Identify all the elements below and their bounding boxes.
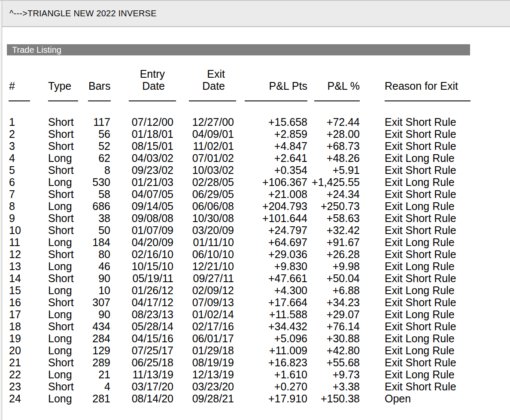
cell-pl_pct: +50.04 [307,272,360,284]
cell-exit_date: 10/03/02 [176,164,236,176]
cell-reason: Exit Long Rule [360,260,474,272]
table-row: 13Long4610/15/1012/21/10+9.830+9.98Exit … [7,260,474,272]
cell-pl_pct: +34.23 [307,296,360,308]
cell-num: 22 [7,368,46,380]
cell-reason: Exit Long Rule [360,284,474,296]
section-title: Trade Listing [12,45,61,55]
header-line1 [88,68,111,80]
cell-entry_date: 04/17/12 [111,296,176,308]
cell-type: Short [46,188,86,200]
cell-entry_date: 08/14/20 [111,393,176,405]
header-underline [86,92,111,103]
cell-entry_date: 04/15/16 [111,332,176,344]
header-line2: Date [176,80,225,92]
cell-reason: Exit Short Rule [360,188,474,200]
header-line1 [236,68,307,80]
cell-entry_date: 01/07/09 [111,224,176,236]
cell-type: Long [46,332,86,344]
cell-pl_pts: +64.697 [236,236,307,248]
cell-exit_date: 09/28/21 [176,393,236,405]
cell-pl_pct: +5.91 [307,164,360,176]
cell-num: 20 [7,344,46,356]
cell-type: Long [46,200,86,212]
window-title-bar: ^--->TRIANGLE NEW 2022 INVERSE [2,1,510,27]
cell-num: 11 [7,236,46,248]
cell-reason: Exit Long Rule [360,200,474,212]
cell-bars: 90 [86,308,111,320]
window-top-border [0,0,510,1]
table-row: 15Long1001/26/1202/09/12+4.300+6.88Exit … [7,284,474,296]
cell-entry_date: 07/25/17 [111,344,176,356]
cell-type: Long [46,368,86,380]
cell-num: 7 [7,188,46,200]
cell-bars: 38 [86,212,111,224]
cell-type: Short [46,224,86,236]
cell-exit_date: 08/19/19 [176,356,236,368]
header-underline [176,92,236,103]
cell-type: Long [46,176,86,188]
table-row: 8Long68609/14/0506/06/08+204.793+250.73E… [7,200,474,212]
cell-num: 17 [7,308,46,320]
cell-pl_pts: +1.610 [236,368,307,380]
cell-entry_date: 11/13/19 [111,368,176,380]
cell-exit_date: 01/29/18 [176,344,236,356]
cell-pl_pts: +4.847 [236,140,307,152]
cell-bars: 52 [86,140,111,152]
cell-num: 24 [7,393,46,405]
table-row: 21Short28906/25/1808/19/19+16.823+55.68E… [7,356,474,368]
cell-reason: Exit Short Rule [360,116,474,128]
cell-entry_date: 01/21/03 [111,176,176,188]
cell-num: 8 [7,200,46,212]
cell-type: Long [46,152,86,164]
cell-bars: 80 [86,248,111,260]
cell-type: Short [46,140,86,152]
table-row: 2Short5601/18/0104/09/01+2.859+28.00Exit… [7,128,474,140]
cell-pl_pts: +11.009 [236,344,307,356]
table-row: 14Short9005/19/1109/27/11+47.661+50.04Ex… [7,272,474,284]
cell-exit_date: 12/27/00 [176,116,236,128]
cell-pl_pts: +4.300 [236,284,307,296]
cell-pl_pts: +16.823 [236,356,307,368]
col-header-pl-pct: P&L % [307,68,360,92]
cell-bars: 530 [86,176,111,188]
table-row: 24Long28108/14/2009/28/21+17.910+150.38O… [7,393,474,405]
cell-bars: 46 [86,260,111,272]
header-line1: Entry [111,68,165,80]
cell-bars: 307 [86,296,111,308]
cell-pl_pct: +26.28 [307,248,360,260]
cell-type: Long [46,393,86,405]
cell-bars: 90 [86,272,111,284]
table-row: 23Short403/17/2003/23/20+0.270+3.38Exit … [7,380,474,393]
cell-type: Long [46,260,86,272]
cell-type: Short [46,296,86,308]
table-row: 22Long2111/13/1912/13/19+1.610+9.73Exit … [7,368,474,380]
header-spacer [7,103,474,116]
cell-num: 19 [7,332,46,344]
cell-pl_pct: +42.80 [307,344,360,356]
cell-type: Long [46,308,86,320]
table-row: 4Long6204/03/0207/01/02+2.641+48.26Exit … [7,152,474,164]
table-row: 19Long28404/15/1606/01/17+5.096+30.88Exi… [7,332,474,344]
cell-exit_date: 06/01/17 [176,332,236,344]
cell-bars: 58 [86,188,111,200]
cell-entry_date: 09/14/05 [111,200,176,212]
cell-reason: Exit Short Rule [360,224,474,236]
cell-reason: Open [360,393,474,405]
cell-bars: 56 [86,128,111,140]
header-line1 [48,68,86,80]
cell-pl_pct: +24.34 [307,188,360,200]
cell-bars: 62 [86,152,111,164]
cell-pl_pct: +9.98 [307,260,360,272]
header-line1 [385,68,474,80]
table-row: 9Short3809/08/0810/30/08+101.644+58.63Ex… [7,212,474,224]
header-line2: Reason for Exit [385,80,474,92]
cell-reason: Exit Long Rule [360,368,474,380]
table-header: # Type Bars Entry Date Exi [7,68,474,116]
cell-exit_date: 03/20/09 [176,224,236,236]
cell-entry_date: 05/28/14 [111,320,176,332]
table-row: 10Short5001/07/0903/20/09+24.797+32.42Ex… [7,224,474,236]
col-header-num: # [7,68,46,92]
header-underline [46,92,86,103]
table-row: 7Short5804/07/0506/29/05+21.008+24.34Exi… [7,188,474,200]
cell-pl_pct: +55.68 [307,356,360,368]
